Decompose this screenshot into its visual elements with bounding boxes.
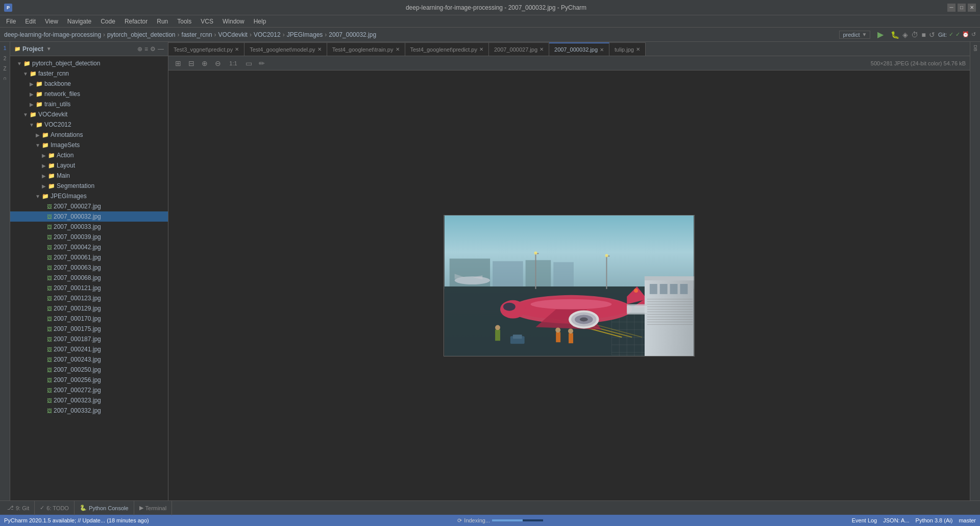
tree-item-2007_000243[interactable]: 🖼 2007_000243.jpg bbox=[10, 354, 168, 365]
tree-item-2007_000332[interactable]: 🖼 2007_000332.jpg bbox=[10, 405, 168, 416]
tree-item-pytorch[interactable]: ▼ 📁 pytorch_object_detection bbox=[10, 58, 168, 68]
git-check2[interactable]: ✓ bbox=[955, 31, 960, 38]
debug-button[interactable]: 🐛 bbox=[891, 31, 899, 39]
minimize-button[interactable]: ─ bbox=[947, 4, 955, 12]
menu-refactor[interactable]: Refactor bbox=[120, 17, 152, 26]
menu-help[interactable]: Help bbox=[250, 17, 271, 26]
tab-test4-predict[interactable]: Test4_googlenet\predict.py ✕ bbox=[405, 42, 489, 56]
breadcrumb-part-1[interactable]: deep-learning-for-image-processing bbox=[4, 31, 101, 38]
profile-button[interactable]: ⏱ bbox=[911, 31, 918, 39]
breadcrumb-part-4[interactable]: VOCdevkit bbox=[218, 31, 248, 38]
tree-item-2007_000170[interactable]: 🖼 2007_000170.jpg bbox=[10, 314, 168, 324]
tree-item-2007_000129[interactable]: 🖼 2007_000129.jpg bbox=[10, 303, 168, 314]
breadcrumb-part-2[interactable]: pytorch_object_detection bbox=[107, 31, 175, 38]
database-icon[interactable]: DB bbox=[971, 44, 979, 52]
tree-item-imagesets[interactable]: ▼ 📁 ImageSets bbox=[10, 140, 168, 150]
tab-test4-model[interactable]: Test4_googlenet\model.py ✕ bbox=[244, 42, 327, 56]
zoom-actual-button[interactable]: ⊞ bbox=[173, 58, 184, 69]
zoom-fit-width-button[interactable]: ▭ bbox=[243, 58, 254, 69]
menu-vcs[interactable]: VCS bbox=[197, 17, 217, 26]
tab-close-icon[interactable]: ✕ bbox=[235, 46, 239, 52]
git-revert[interactable]: ↺ bbox=[971, 31, 976, 38]
tree-item-annotations[interactable]: ▶ 📁 Annotations bbox=[10, 130, 168, 140]
tree-item-network_files[interactable]: ▶ 📁 network_files bbox=[10, 89, 168, 99]
tab-test4-train[interactable]: Test4_googlenet\train.py ✕ bbox=[327, 42, 405, 56]
bottom-tab-todo[interactable]: ✓ 6: TODO bbox=[35, 501, 75, 515]
tab-close-icon[interactable]: ✕ bbox=[540, 46, 544, 52]
tree-item-2007_000033[interactable]: 🖼 2007_000033.jpg bbox=[10, 222, 168, 232]
tab-tulip[interactable]: tulip.jpg ✕ bbox=[609, 42, 646, 56]
menu-run[interactable]: Run bbox=[153, 17, 172, 26]
bottom-tab-git[interactable]: ⎇ 9: Git bbox=[2, 501, 35, 515]
project-dropdown[interactable]: ▼ bbox=[46, 46, 52, 52]
git-history[interactable]: ⏰ bbox=[962, 31, 969, 38]
tree-item-2007_000032[interactable]: 🖼 2007_000032.jpg bbox=[10, 211, 168, 222]
tree-item-2007_000061[interactable]: 🖼 2007_000061.jpg bbox=[10, 252, 168, 262]
tree-item-jpegimages[interactable]: ▼ 📁 JPEGImages bbox=[10, 191, 168, 201]
tree-item-2007_000250[interactable]: 🖼 2007_000250.jpg bbox=[10, 365, 168, 375]
tab-close-icon[interactable]: ✕ bbox=[317, 46, 322, 52]
menu-tools[interactable]: Tools bbox=[173, 17, 195, 26]
zoom-out-button[interactable]: ⊖ bbox=[212, 58, 224, 69]
tree-item-2007_000121[interactable]: 🖼 2007_000121.jpg bbox=[10, 283, 168, 293]
tree-item-train_utils[interactable]: ▶ 📁 train_utils bbox=[10, 99, 168, 109]
tab-close-icon[interactable]: ✕ bbox=[636, 46, 640, 52]
tree-item-faster_rcnn[interactable]: ▼ 📁 faster_rcnn bbox=[10, 68, 168, 79]
breadcrumb-part-7[interactable]: 2007_000032.jpg bbox=[329, 31, 376, 38]
tree-item-2007_000256[interactable]: 🖼 2007_000256.jpg bbox=[10, 375, 168, 385]
tree-item-2007_000241[interactable]: 🖼 2007_000241.jpg bbox=[10, 344, 168, 354]
project-settings-button[interactable]: ⚙ bbox=[150, 45, 156, 53]
event-log-label[interactable]: Event Log bbox=[852, 517, 877, 523]
breadcrumb-part-6[interactable]: JPEGImages bbox=[287, 31, 323, 38]
project-close-button[interactable]: — bbox=[158, 45, 164, 53]
tree-item-main[interactable]: ▶ 📁 Main bbox=[10, 171, 168, 181]
git-check1[interactable]: ✓ bbox=[949, 31, 953, 38]
tab-2007_000032[interactable]: 2007_000032.jpg ✕ bbox=[549, 42, 609, 56]
stop-button[interactable]: ■ bbox=[921, 31, 925, 39]
tree-item-2007_000123[interactable]: 🖼 2007_000123.jpg bbox=[10, 293, 168, 303]
tab-close-icon[interactable]: ✕ bbox=[396, 46, 400, 52]
structure-icon[interactable]: 2 bbox=[1, 54, 9, 62]
menu-navigate[interactable]: Navigate bbox=[63, 17, 95, 26]
tree-item-layout[interactable]: ▶ 📁 Layout bbox=[10, 160, 168, 171]
tree-item-2007_000068[interactable]: 🖼 2007_000068.jpg bbox=[10, 273, 168, 283]
color-picker-button[interactable]: ✏ bbox=[256, 58, 267, 69]
bookmarks-icon[interactable]: Z bbox=[1, 64, 9, 73]
tree-item-2007_000323[interactable]: 🖼 2007_000323.jpg bbox=[10, 395, 168, 405]
menu-code[interactable]: Code bbox=[96, 17, 119, 26]
commit-icon[interactable]: C bbox=[1, 75, 9, 83]
python-version-label[interactable]: Python 3.8 (Ai) bbox=[916, 517, 953, 523]
zoom-in-button[interactable]: ⊕ bbox=[199, 58, 210, 69]
coverage-button[interactable]: ◈ bbox=[902, 31, 908, 39]
tree-item-action[interactable]: ▶ 📁 Action bbox=[10, 150, 168, 160]
tree-item-2007_000272[interactable]: 🖼 2007_000272.jpg bbox=[10, 385, 168, 395]
project-collapse-button[interactable]: ≡ bbox=[144, 45, 148, 53]
tree-item-2007_000175[interactable]: 🖼 2007_000175.jpg bbox=[10, 324, 168, 334]
project-locate-button[interactable]: ⊕ bbox=[137, 45, 142, 53]
bottom-tab-terminal[interactable]: ▶ Terminal bbox=[134, 501, 173, 515]
zoom-fit-button[interactable]: ⊟ bbox=[186, 58, 197, 69]
git-branch-label[interactable]: master bbox=[959, 517, 976, 523]
tree-item-2007_000187[interactable]: 🖼 2007_000187.jpg bbox=[10, 334, 168, 344]
tree-item-2007_000042[interactable]: 🖼 2007_000042.jpg bbox=[10, 242, 168, 252]
tree-item-2007_000063[interactable]: 🖼 2007_000063.jpg bbox=[10, 262, 168, 273]
run-button[interactable]: ▶ bbox=[873, 29, 888, 40]
maximize-button[interactable]: □ bbox=[958, 4, 966, 12]
tree-item-segmentation[interactable]: ▶ 📁 Segmentation bbox=[10, 181, 168, 191]
tree-item-2007_000039[interactable]: 🖼 2007_000039.jpg bbox=[10, 232, 168, 242]
project-icon[interactable]: 1 bbox=[1, 44, 9, 52]
breadcrumb-part-5[interactable]: VOC2012 bbox=[254, 31, 281, 38]
tree-item-vocdevkit[interactable]: ▼ 📁 VOCdevkit bbox=[10, 109, 168, 119]
breadcrumb-part-3[interactable]: faster_rcnn bbox=[182, 31, 212, 38]
tab-test3-vggnet[interactable]: Test3_vggnet\predict.py ✕ bbox=[168, 42, 244, 56]
menu-edit[interactable]: Edit bbox=[21, 17, 40, 26]
tree-item-voc2012[interactable]: ▼ 📁 VOC2012 bbox=[10, 119, 168, 130]
reload-button[interactable]: ↺ bbox=[929, 31, 935, 39]
tab-2007_000027[interactable]: 2007_000027.jpg ✕ bbox=[489, 42, 549, 56]
close-button[interactable]: ✕ bbox=[968, 4, 976, 12]
tab-close-icon[interactable]: ✕ bbox=[600, 47, 604, 53]
menu-file[interactable]: File bbox=[2, 17, 20, 26]
bottom-tab-python-console[interactable]: 🐍 Python Console bbox=[75, 501, 134, 515]
tree-item-2007_000027[interactable]: 🖼 2007_000027.jpg bbox=[10, 201, 168, 211]
tab-close-icon[interactable]: ✕ bbox=[479, 46, 483, 52]
